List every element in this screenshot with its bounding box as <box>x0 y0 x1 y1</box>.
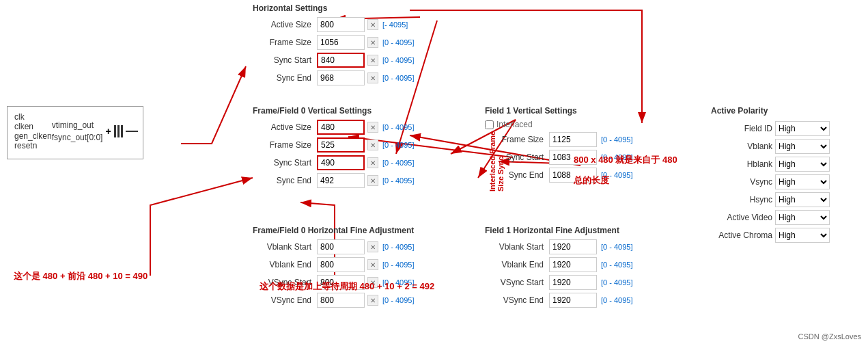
hf1-vblank-end-input[interactable] <box>549 257 597 272</box>
h-sync-end-row: Sync End ✕ [0 - 4095] <box>253 70 478 85</box>
p-active-video-label: Active Video <box>711 213 772 222</box>
h-sync-end-input[interactable] <box>317 70 365 85</box>
p-active-chroma-label: Active Chroma <box>711 230 772 240</box>
h-active-size-row: Active Size ✕ [- 4095] <box>253 17 478 32</box>
v0-sync-end-row: Sync End ✕ [0 - 4095] <box>253 173 478 188</box>
v0-sync-end-clear[interactable]: ✕ <box>367 175 378 186</box>
v1-sync-end-input[interactable] <box>549 168 597 183</box>
v0-sync-start-range: [0 - 4095] <box>382 159 414 167</box>
v0-active-size-clear[interactable]: ✕ <box>367 122 378 133</box>
hf0-vblank-start-row: Vblank Start ✕ [0 - 4095] <box>253 239 478 254</box>
hf0-vblank-end-input[interactable] <box>317 257 365 272</box>
v0-frame-size-row: Frame Size ✕ [0 - 4095] <box>253 137 478 153</box>
h-sync-start-range: [0 - 4095] <box>382 56 414 64</box>
hf1-vsync-start-input[interactable] <box>549 275 597 290</box>
vertical1-title: Field 1 Vertical Settings <box>485 106 710 116</box>
v0-sync-end-range: [0 - 4095] <box>382 176 414 185</box>
p-hsync-row: Hsync HighLow <box>711 192 861 207</box>
hf0-vsync-end-range: [0 - 4095] <box>382 296 414 304</box>
h-sync-end-label: Sync End <box>253 73 314 83</box>
hf0-vsync-start-range: [0 - 4095] <box>382 278 414 287</box>
p-vblank-select[interactable]: HighLow <box>775 139 830 154</box>
v0-sync-start-input[interactable] <box>317 155 365 170</box>
v1-sync-start-row: Sync Start [0 - 4095] <box>485 150 710 165</box>
hfine1-section: Field 1 Horizontal Fine Adjustment Vblan… <box>485 226 710 310</box>
v0-frame-size-clear[interactable]: ✕ <box>367 140 378 150</box>
v1-sync-start-input[interactable] <box>549 150 597 165</box>
component-block: clk clken gen_clken resetn vtiming_out f… <box>7 106 143 159</box>
plus-icon[interactable]: + <box>105 126 111 137</box>
vertical0-section: Frame/Field 0 Vertical Settings Active S… <box>253 106 478 191</box>
hf0-vblank-end-clear[interactable]: ✕ <box>367 259 378 270</box>
hf0-vblank-end-row: Vblank End ✕ [0 - 4095] <box>253 257 478 272</box>
v0-frame-size-input[interactable] <box>317 137 365 153</box>
hf1-vsync-end-input[interactable] <box>549 293 597 308</box>
p-field-id-row: Field ID HighLow <box>711 121 861 136</box>
v1-frame-size-row: Frame Size [0 - 4095] <box>485 132 710 147</box>
hf1-vblank-start-range: [0 - 4095] <box>601 243 632 251</box>
hf1-vsync-end-range: [0 - 4095] <box>601 296 632 304</box>
p-hsync-select[interactable]: HighLow <box>775 192 830 207</box>
hf0-vsync-end-row: VSync End ✕ [0 - 4095] <box>253 293 478 308</box>
hf0-vsync-end-input[interactable] <box>317 293 365 308</box>
v0-active-size-label: Active Size <box>253 122 314 132</box>
p-hblank-select[interactable]: HighLow <box>775 157 830 172</box>
p-vsync-select[interactable]: HighLow <box>775 174 830 189</box>
hf1-vsync-start-range: [0 - 4095] <box>601 278 632 287</box>
hf0-vblank-start-label: Vblank Start <box>253 242 314 252</box>
v1-sync-end-row: Sync End [0 - 4095] <box>485 168 710 183</box>
vertical0-title: Frame/Field 0 Vertical Settings <box>253 106 478 116</box>
h-active-size-input[interactable] <box>317 17 365 32</box>
horizontal-title: Horizontal Settings <box>253 3 478 13</box>
v0-sync-end-input[interactable] <box>317 173 365 188</box>
v1-frame-size-input[interactable] <box>549 132 597 147</box>
hfine1-title: Field 1 Horizontal Fine Adjustment <box>485 226 710 235</box>
h-frame-size-range: [0 - 4095] <box>382 38 414 47</box>
polarity-title: Active Polarity <box>711 106 861 116</box>
bus-symbol <box>114 125 116 137</box>
v1-sync-end-range: [0 - 4095] <box>601 171 632 179</box>
port-resetn: resetn <box>14 141 52 150</box>
port-row-clk: clk clken gen_clken resetn vtiming_out f… <box>14 112 136 150</box>
hfine0-section: Frame/Field 0 Horizontal Fine Adjustment… <box>253 226 478 310</box>
v0-sync-end-label: Sync End <box>253 176 314 185</box>
h-sync-start-clear[interactable]: ✕ <box>367 55 378 66</box>
v0-active-size-input[interactable] <box>317 120 365 135</box>
hf0-vblank-start-clear[interactable]: ✕ <box>367 241 378 252</box>
vertical1-section: Field 1 Vertical Settings Interlaced Fra… <box>485 106 710 185</box>
watermark: CSDN @ZxsLoves <box>798 332 861 341</box>
p-active-chroma-select[interactable]: HighLow <box>775 228 830 243</box>
h-frame-size-label: Frame Size <box>253 38 314 47</box>
hfine0-title: Frame/Field 0 Horizontal Fine Adjustment <box>253 226 478 235</box>
h-sync-end-clear[interactable]: ✕ <box>367 72 378 83</box>
p-vsync-label: Vsync <box>711 177 772 187</box>
v1-sync-start-label: Sync Start <box>485 153 546 162</box>
port-clk: clk <box>14 112 52 122</box>
hf1-vsync-start-label: VSync Start <box>485 278 546 287</box>
hf1-vblank-start-label: Vblank Start <box>485 242 546 252</box>
h-frame-size-input[interactable] <box>317 35 365 50</box>
hf0-vsync-start-row: VSync Start ✕ [0 - 4095] <box>253 275 478 290</box>
hf0-vsync-end-clear[interactable]: ✕ <box>367 295 378 306</box>
main-panel: Horizontal Settings Active Size ✕ [- 409… <box>212 0 868 344</box>
hf1-vblank-start-input[interactable] <box>549 239 597 254</box>
hf1-vblank-end-label: Vblank End <box>485 260 546 269</box>
p-active-video-select[interactable]: HighLow <box>775 210 830 225</box>
port-fsync: fsync_out[0:0] <box>52 133 103 142</box>
h-sync-start-label: Sync Start <box>253 55 314 65</box>
polarity-section: Active Polarity Field ID HighLow Vblank … <box>711 106 861 246</box>
hf0-vsync-end-label: VSync End <box>253 295 314 305</box>
interlaced-checkbox[interactable] <box>485 120 494 129</box>
hf0-vblank-start-input[interactable] <box>317 239 365 254</box>
hf0-vsync-start-input[interactable] <box>317 275 365 290</box>
p-field-id-select[interactable]: HighLow <box>775 121 830 136</box>
h-active-size-clear[interactable]: ✕ <box>367 19 378 30</box>
h-frame-size-clear[interactable]: ✕ <box>367 37 378 48</box>
wire-line <box>126 131 138 132</box>
p-hblank-label: Hblank <box>711 159 772 169</box>
h-sync-start-input[interactable] <box>317 53 365 68</box>
p-active-video-row: Active Video HighLow <box>711 210 861 225</box>
v0-sync-start-clear[interactable]: ✕ <box>367 157 378 168</box>
hf0-vsync-start-clear[interactable]: ✕ <box>367 277 378 288</box>
v1-sync-start-range: [0 - 4095] <box>601 153 632 161</box>
